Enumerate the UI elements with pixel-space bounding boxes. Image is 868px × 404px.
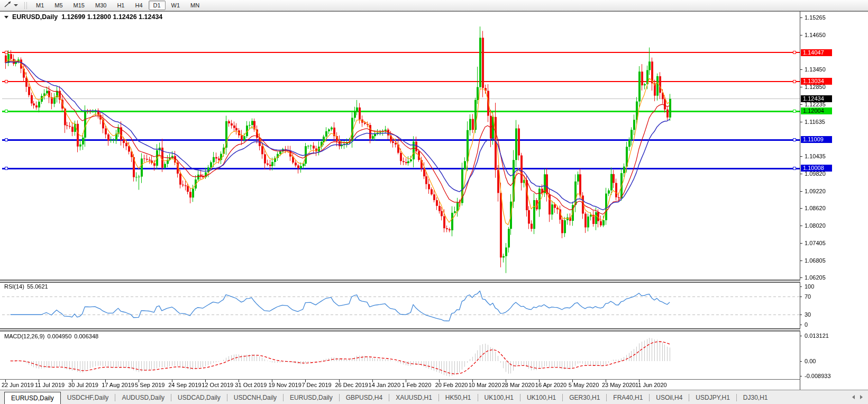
- tab-hk50-h1[interactable]: HK50,H1: [439, 392, 478, 403]
- date-label: 11 Jun 2020: [635, 382, 667, 388]
- macd-indicator-value-main: 0.004950: [47, 333, 71, 339]
- rsi-axis-label: 0: [805, 321, 808, 328]
- timeframe-buttons: M1M5M15M30H1H4D1W1MN: [31, 1, 205, 10]
- date-label: 14 Jan 2020: [369, 382, 401, 388]
- timeframe-button-d1[interactable]: D1: [149, 1, 166, 10]
- date-label: 26 Dec 2019: [335, 382, 368, 388]
- chart-tabs: EURUSD,DailyUSDCHF,DailyAUDUSD,DailyUSDC…: [1, 392, 774, 404]
- price-badge-1.11009: 1.11009: [801, 136, 832, 143]
- tab-ger30-h1[interactable]: GER30,H1: [563, 392, 606, 403]
- tab-usdchf-daily[interactable]: USDCHF,Daily: [61, 392, 115, 403]
- price-tick-label: 1.06805: [805, 257, 826, 264]
- date-label: 12 Oct 2019: [202, 382, 233, 388]
- price-tick-label: 1.10435: [805, 153, 826, 159]
- macd-indicator-value-signal: 0.006348: [74, 333, 98, 339]
- date-label: 30 Jul 2019: [68, 382, 98, 388]
- symbol-dropdown-icon[interactable]: [4, 16, 8, 19]
- timeframe-button-m5[interactable]: M5: [50, 1, 67, 10]
- timeframe-toolbar: M1M5M15M30H1H4D1W1MN: [0, 0, 868, 11]
- chart-title[interactable]: EURUSD,Daily: [12, 13, 58, 21]
- tab-eurusd-daily[interactable]: EURUSD,Daily: [284, 392, 339, 403]
- price-tick-label: 1.11635: [805, 119, 825, 125]
- chart-tab-bar: EURUSD,DailyUSDCHF,DailyAUDUSD,DailyUSDC…: [0, 390, 868, 404]
- macd-label-row: MACD(12,26,9) 0.004950 0.006348: [4, 333, 98, 339]
- macd-indicator-name: MACD(12,26,9): [4, 333, 44, 339]
- timeframe-button-h1[interactable]: H1: [112, 1, 129, 10]
- rsi-indicator-name: RSI(14): [4, 283, 24, 290]
- trendline-tool-icon: [4, 1, 12, 10]
- timeframe-button-mn[interactable]: MN: [186, 1, 204, 10]
- price-tick-label: 1.13450: [805, 66, 826, 73]
- tab-scroll-right-icon[interactable]: [860, 395, 863, 399]
- price-tick-label: 1.08020: [805, 222, 826, 229]
- tab-usoil-h4[interactable]: USOil,H4: [650, 392, 689, 403]
- price-tick-label: 1.09220: [805, 188, 826, 194]
- tab-fra40-h1[interactable]: FRA40,H1: [607, 392, 649, 403]
- date-label: 31 Oct 2019: [235, 382, 267, 388]
- tab-uk100-h1[interactable]: UK100,H1: [520, 392, 562, 403]
- date-label: 10 Mar 2020: [469, 382, 501, 388]
- price-axis-border: [800, 11, 800, 390]
- tab-eurusd-daily-active[interactable]: EURUSD,Daily: [4, 392, 61, 404]
- chevron-down-icon: [14, 4, 18, 6]
- price-badge-1.14047: 1.14047: [801, 49, 832, 56]
- time-axis-border: [0, 379, 800, 380]
- price-tick-label: 1.06205: [805, 274, 826, 281]
- tab-gbpusd-h4[interactable]: GBPUSD,H4: [340, 392, 389, 403]
- price-badge-1.13034: 1.13034: [801, 78, 832, 85]
- date-label: 5 Sep 2019: [135, 382, 165, 388]
- timeframe-button-h4[interactable]: H4: [130, 1, 147, 10]
- rsi-label-row: RSI(14) 55.0621: [4, 283, 48, 290]
- trading-platform-window: M1M5M15M30H1H4D1W1MN EURUSD,Daily 1.1269…: [0, 0, 868, 404]
- macd-axis-label: 0.013121: [805, 333, 829, 339]
- panel-divider-rsi[interactable]: [0, 280, 800, 283]
- tab-xauusd-h1[interactable]: XAUUSD,H1: [389, 392, 438, 403]
- timeframe-button-m15[interactable]: M15: [69, 1, 89, 10]
- price-tick-label: 1.07405: [805, 240, 826, 246]
- current-price-badge: 1.12434: [801, 95, 832, 102]
- date-label: 16 Apr 2020: [535, 382, 567, 388]
- macd-axis-label: 0.00: [805, 358, 816, 364]
- toolbar-grip: [24, 2, 27, 9]
- price-badge-1.12004: 1.12004: [801, 107, 832, 114]
- timeframe-button-m30[interactable]: M30: [90, 1, 111, 10]
- date-label: 28 Mar 2020: [502, 382, 535, 388]
- date-label: 23 May 2020: [602, 382, 636, 388]
- timeframe-button-m1[interactable]: M1: [31, 1, 49, 10]
- tab-usdjpy-h1[interactable]: USDJPY,H1: [689, 392, 736, 403]
- price-tick-label: 1.08620: [805, 205, 826, 211]
- chart-surface[interactable]: [0, 0, 868, 404]
- chart-title-row: EURUSD,Daily 1.12699 1.12800 1.12426 1.1…: [4, 13, 162, 21]
- tab-scroll-left-icon[interactable]: [852, 395, 855, 399]
- timeframe-button-w1[interactable]: W1: [167, 1, 185, 10]
- date-label: 5 May 2020: [569, 382, 599, 388]
- price-tick-label: 1.12235: [805, 101, 826, 107]
- price-tick-label: 1.14650: [805, 32, 826, 38]
- date-label: 11 Jul 2019: [35, 382, 65, 388]
- tab-usdcnh-daily[interactable]: USDCNH,Daily: [227, 392, 283, 403]
- date-label: 24 Sep 2019: [168, 382, 201, 388]
- date-label: 1 Feb 2020: [402, 382, 432, 388]
- date-label: 22 Jun 2019: [2, 382, 34, 388]
- date-label: 19 Nov 2019: [268, 382, 301, 388]
- chart-ohlc-quotes: 1.12699 1.12800 1.12426 1.12434: [61, 13, 162, 21]
- date-label: 7 Dec 2019: [301, 382, 331, 388]
- rsi-indicator-value: 55.0621: [27, 283, 48, 290]
- macd-axis-label: -0.008933: [805, 373, 831, 379]
- tab-audusd-daily[interactable]: AUDUSD,Daily: [115, 392, 171, 403]
- rsi-axis-label: 70: [805, 293, 811, 300]
- date-label: 17 Aug 2019: [102, 382, 134, 388]
- price-tick-label: 1.15265: [805, 14, 826, 21]
- trendline-tool-button[interactable]: [2, 1, 20, 10]
- rsi-axis-label: 100: [805, 283, 814, 290]
- panel-divider-macd[interactable]: [0, 328, 800, 331]
- tab-scroll-buttons: [852, 395, 863, 399]
- date-label: 20 Feb 2020: [435, 382, 468, 388]
- price-badge-1.10008: 1.10008: [801, 165, 832, 172]
- rsi-axis-label: 30: [805, 311, 811, 318]
- tab-uk100-h1[interactable]: UK100,H1: [478, 392, 520, 403]
- tab-dj30-h1[interactable]: DJ30,H1: [737, 392, 774, 403]
- tab-usdcad-daily[interactable]: USDCAD,Daily: [171, 392, 227, 403]
